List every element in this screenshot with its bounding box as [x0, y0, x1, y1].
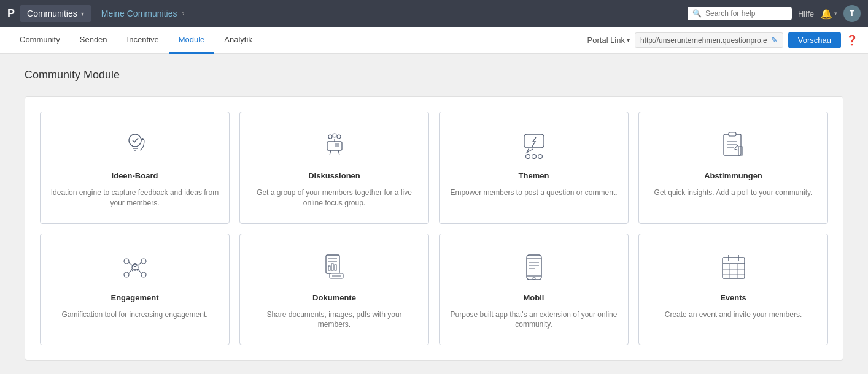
- module-title-dokumente: Dokumente: [312, 293, 356, 302]
- module-desc-diskussionen: Get a group of your members together for…: [250, 188, 419, 208]
- page-title: Community Module: [25, 69, 843, 82]
- svg-point-25: [141, 259, 146, 264]
- module-desc-dokumente: Share documents, images, pdfs with your …: [250, 310, 419, 330]
- svg-point-15: [525, 155, 530, 159]
- svg-rect-14: [524, 134, 544, 148]
- modules-grid: Ideen-Board Ideation engine to capture f…: [40, 112, 828, 345]
- vorschau-button[interactable]: Vorschau: [788, 32, 841, 48]
- engagement-icon: [118, 249, 152, 286]
- portal-url-box: http://unserunternehmen.questionpro.e ✎: [635, 32, 783, 48]
- module-title-events: Events: [720, 293, 746, 302]
- svg-point-16: [532, 155, 536, 159]
- nav-module[interactable]: Module: [169, 27, 215, 54]
- svg-point-17: [538, 155, 542, 159]
- nav-items: Community Senden Incentive Module Analyt…: [10, 27, 587, 54]
- portal-url-text: http://unserunternehmen.questionpro.e: [640, 36, 767, 45]
- module-desc-ideen-board: Ideation engine to capture feedback and …: [50, 188, 219, 208]
- module-card-mobil[interactable]: Mobil Purpose built app that's an extens…: [439, 234, 629, 346]
- events-icon: [716, 249, 751, 286]
- module-title-themen: Themen: [519, 171, 549, 180]
- svg-point-24: [124, 259, 129, 264]
- module-title-mobil: Mobil: [524, 293, 544, 302]
- svg-line-28: [129, 262, 132, 265]
- nav-senden[interactable]: Senden: [70, 27, 117, 54]
- module-card-events[interactable]: Events Create an event and invite your m…: [638, 234, 828, 346]
- module-title-ideen-board: Ideen-Board: [112, 171, 158, 180]
- secondary-nav: Community Senden Incentive Module Analyt…: [0, 27, 868, 54]
- svg-rect-36: [328, 266, 330, 270]
- themen-icon: [517, 127, 551, 164]
- breadcrumb-separator: ›: [182, 9, 184, 18]
- svg-rect-37: [331, 264, 333, 270]
- module-card-diskussionen[interactable]: Diskussionen Get a group of your members…: [239, 112, 429, 224]
- module-card-dokumente[interactable]: Dokumente Share documents, images, pdfs …: [239, 234, 429, 346]
- edit-icon[interactable]: ✎: [771, 36, 778, 45]
- module-desc-mobil: Purpose built app that's an extension of…: [449, 310, 618, 330]
- module-desc-abstimmungen: Get quick insights. Add a poll to your c…: [654, 188, 813, 198]
- portal-link-area: Portal Link ▾ http://unserunternehmen.qu…: [587, 32, 858, 48]
- module-title-diskussionen: Diskussionen: [308, 171, 360, 180]
- mobil-icon: [517, 249, 551, 286]
- help-circle-icon[interactable]: ❓: [846, 34, 858, 46]
- help-label[interactable]: Hilfe: [798, 9, 814, 18]
- top-bar-right: 🔍 Hilfe 🔔 ▾ T: [688, 5, 861, 22]
- svg-point-7: [333, 134, 336, 137]
- search-icon: 🔍: [692, 9, 702, 18]
- dokumente-icon: [317, 249, 352, 286]
- bell-chevron-icon: ▾: [834, 10, 837, 17]
- svg-point-26: [124, 272, 129, 277]
- abstimmungen-icon: [716, 127, 751, 164]
- main-content: Community Module: [0, 54, 868, 374]
- module-desc-events: Create an event and invite your members.: [665, 310, 802, 320]
- bell-icon: 🔔: [820, 8, 832, 20]
- notification-bell[interactable]: 🔔 ▾: [820, 8, 837, 20]
- module-desc-themen: Empower members to post a question or co…: [450, 188, 617, 198]
- nav-analytik[interactable]: Analytik: [214, 27, 262, 54]
- logo-icon[interactable]: P: [7, 7, 15, 20]
- module-title-abstimmungen: Abstimmungen: [704, 171, 762, 180]
- module-title-engagement: Engagement: [110, 293, 158, 302]
- module-card-ideen-board[interactable]: Ideen-Board Ideation engine to capture f…: [40, 112, 230, 224]
- svg-point-6: [328, 135, 332, 139]
- search-box[interactable]: 🔍: [688, 7, 792, 20]
- svg-rect-38: [335, 265, 336, 270]
- modules-container: Ideen-Board Ideation engine to capture f…: [25, 96, 843, 361]
- brand-dropdown[interactable]: Communities ▾: [20, 5, 91, 22]
- svg-point-4: [141, 139, 143, 140]
- portal-link-label[interactable]: Portal Link ▾: [587, 36, 630, 45]
- nav-incentive[interactable]: Incentive: [117, 27, 169, 54]
- svg-line-30: [129, 269, 132, 273]
- nav-community[interactable]: Community: [10, 27, 70, 54]
- portal-chevron-icon: ▾: [627, 37, 630, 44]
- module-card-themen[interactable]: Themen Empower members to post a questio…: [439, 112, 629, 224]
- svg-point-0: [129, 134, 141, 147]
- svg-rect-19: [729, 132, 736, 136]
- ideen-board-icon: [118, 127, 152, 164]
- diskussionen-icon: [317, 127, 352, 164]
- module-card-abstimmungen[interactable]: Abstimmungen Get quick insights. Add a p…: [638, 112, 828, 224]
- breadcrumb: Meine Communities ›: [101, 9, 688, 18]
- chevron-down-icon: ▾: [81, 10, 84, 17]
- module-desc-engagement: Gamification tool for increasing engagem…: [61, 310, 207, 320]
- svg-point-8: [337, 135, 341, 139]
- svg-line-31: [138, 269, 141, 273]
- svg-line-9: [330, 150, 331, 155]
- svg-line-10: [338, 150, 339, 155]
- breadcrumb-link[interactable]: Meine Communities: [101, 9, 177, 18]
- user-avatar[interactable]: T: [843, 5, 861, 22]
- search-input[interactable]: [705, 9, 785, 18]
- svg-point-27: [141, 272, 146, 277]
- module-card-engagement[interactable]: Engagement Gamification tool for increas…: [40, 234, 230, 346]
- top-bar: P Communities ▾ Meine Communities › 🔍 Hi…: [0, 0, 868, 27]
- brand-label: Communities: [27, 9, 77, 18]
- svg-line-29: [138, 262, 141, 265]
- svg-rect-48: [723, 258, 745, 278]
